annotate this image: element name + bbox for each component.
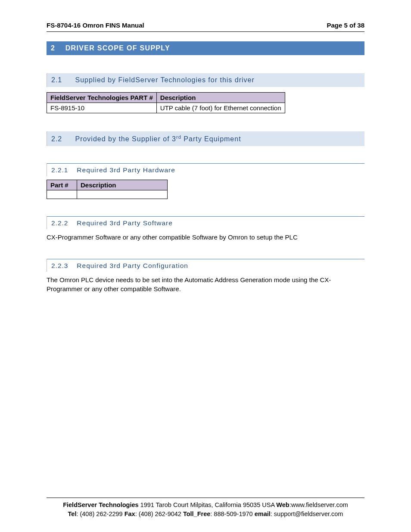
subsection-22: 2.2 Provided by the Supplier of 3rd Part…	[47, 131, 364, 146]
subsubsection-title: Required 3rd Party Configuration	[77, 262, 188, 269]
table-header: Part #	[47, 180, 77, 190]
body-text: CX-Programmer Software or any other comp…	[47, 233, 364, 242]
header-right: Page 5 of 38	[327, 22, 364, 29]
footer-company: FieldServer Technologies	[63, 501, 138, 508]
subsubsection-222: 2.2.2 Required 3rd Party Software	[47, 216, 364, 229]
subsection-number: 2.2	[51, 135, 73, 143]
table-header: Description	[77, 180, 168, 190]
header-left: FS-8704-16 Omron FINS Manual	[47, 22, 144, 29]
body-text: The Omron PLC device needs to be set int…	[47, 275, 364, 293]
subsubsection-number: 2.2.2	[51, 219, 75, 227]
subsubsection-title: Required 3rd Party Software	[77, 219, 173, 227]
page-footer: FieldServer Technologies 1991 Tarob Cour…	[47, 498, 364, 518]
footer-tel: : (408) 262-2299	[76, 510, 124, 517]
footer-tollfree: : 888-509-1970	[210, 510, 254, 517]
subsubsection-title: Required 3rd Party Hardware	[77, 166, 175, 174]
subsubsection-223: 2.2.3 Required 3rd Party Configuration	[47, 259, 364, 272]
table-hardware: Part # Description	[47, 180, 168, 199]
table-cell: UTP cable (7 foot) for Ethernet connecti…	[156, 103, 285, 113]
table-cell	[47, 190, 77, 199]
subsection-21: 2.1 Supplied by FieldServer Technologies…	[47, 73, 364, 87]
footer-fax: : (408) 262-9042	[135, 510, 183, 517]
footer-web: :www.fieldserver.com	[290, 501, 348, 508]
table-header: FieldServer Technologies PART #	[47, 93, 157, 103]
table-header: Description	[156, 93, 285, 103]
section-number: 2	[51, 44, 63, 52]
subsection-title: Supplied by FieldServer Technologies for…	[75, 76, 254, 84]
subsection-title: Provided by the Supplier of 3rd Party Eq…	[75, 135, 241, 143]
footer-tollfree-label: Toll_Free	[183, 510, 210, 517]
subsubsection-number: 2.2.3	[51, 262, 75, 270]
section-title: DRIVER SCOPE OF SUPPLY	[65, 44, 170, 52]
table-supplied: FieldServer Technologies PART # Descript…	[47, 92, 285, 113]
table-cell: FS-8915-10	[47, 103, 157, 113]
footer-email: : support@fieldserver.com	[271, 510, 343, 517]
table-row: FS-8915-10 UTP cable (7 foot) for Ethern…	[47, 103, 285, 113]
footer-web-label: Web	[276, 501, 289, 508]
subsubsection-number: 2.2.1	[51, 166, 75, 174]
footer-fax-label: Fax	[125, 510, 135, 517]
section-heading: 2 DRIVER SCOPE OF SUPPLY	[47, 41, 364, 55]
subsubsection-221: 2.2.1 Required 3rd Party Hardware	[47, 163, 364, 176]
footer-email-label: email	[255, 510, 271, 517]
table-row	[47, 190, 168, 199]
subsection-number: 2.1	[51, 76, 73, 84]
footer-address: 1991 Tarob Court Milpitas, California 95…	[139, 501, 277, 508]
page-header: FS-8704-16 Omron FINS Manual Page 5 of 3…	[47, 22, 364, 32]
table-cell	[77, 190, 168, 199]
footer-tel-label: Tel	[68, 510, 77, 517]
